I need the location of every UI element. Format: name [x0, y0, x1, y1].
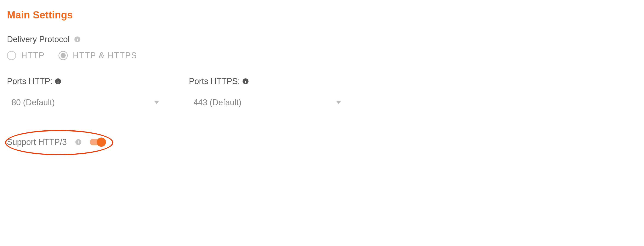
ports-https-dropdown[interactable]: 443 (Default)	[189, 95, 346, 110]
support-http3-label: Support HTTP/3	[7, 137, 67, 147]
radio-option-http-https[interactable]: HTTP & HTTPS	[58, 51, 137, 60]
info-icon[interactable]: i	[242, 78, 249, 84]
svg-text:i: i	[78, 140, 79, 144]
info-icon[interactable]: i	[75, 139, 82, 145]
ports-http-column: Ports HTTP: i 80 (Default)	[7, 76, 168, 110]
delivery-protocol-radio-group: HTTP HTTP & HTTPS	[7, 51, 637, 60]
ports-http-value: 80 (Default)	[12, 98, 55, 107]
ports-https-column: Ports HTTPS: i 443 (Default)	[189, 76, 350, 110]
svg-text:i: i	[77, 37, 78, 42]
ports-https-label: Ports HTTPS:	[189, 76, 240, 86]
radio-label-http: HTTP	[21, 51, 45, 60]
ports-http-label-row: Ports HTTP: i	[7, 76, 168, 86]
ports-http-dropdown[interactable]: 80 (Default)	[7, 95, 164, 110]
ports-http-label: Ports HTTP:	[7, 76, 52, 86]
ports-https-label-row: Ports HTTPS: i	[189, 76, 350, 86]
support-http3-row: Support HTTP/3 i	[7, 133, 104, 152]
radio-option-http[interactable]: HTTP	[7, 51, 45, 60]
delivery-protocol-label-row: Delivery Protocol i	[7, 34, 637, 44]
ports-row: Ports HTTP: i 80 (Default) Ports HTTPS: …	[7, 76, 637, 110]
info-icon[interactable]: i	[55, 78, 61, 84]
radio-circle	[7, 51, 16, 60]
section-title: Main Settings	[7, 9, 637, 21]
support-http3-highlight: Support HTTP/3 i	[7, 133, 104, 152]
ports-https-value: 443 (Default)	[194, 98, 242, 107]
radio-label-http-https: HTTP & HTTPS	[73, 51, 137, 60]
delivery-protocol-label: Delivery Protocol	[7, 34, 70, 44]
support-http3-toggle[interactable]	[90, 139, 104, 145]
svg-text:i: i	[57, 79, 59, 84]
info-icon[interactable]: i	[74, 36, 80, 42]
radio-circle-selected	[58, 51, 68, 60]
chevron-down-icon	[154, 101, 159, 104]
chevron-down-icon	[336, 101, 341, 104]
svg-text:i: i	[245, 79, 246, 84]
